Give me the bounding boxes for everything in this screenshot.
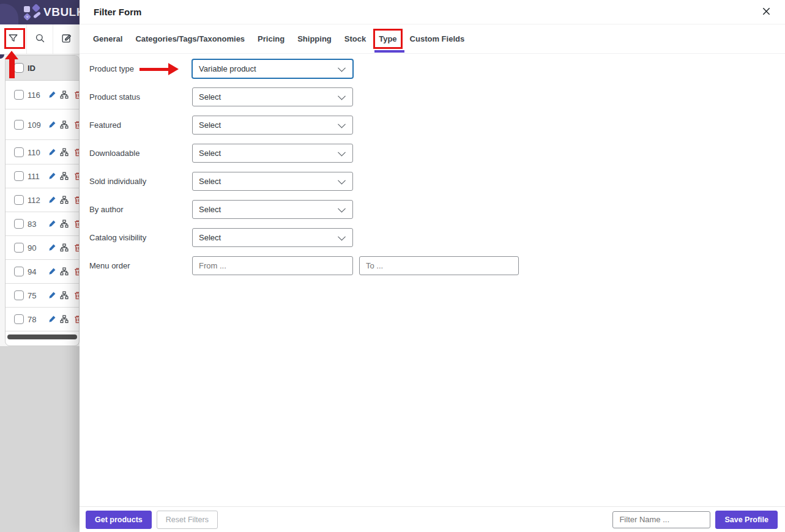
by-author-label: By author bbox=[89, 205, 192, 214]
row-id: 78 bbox=[28, 315, 36, 324]
trash-icon[interactable] bbox=[73, 291, 80, 300]
row-checkbox[interactable] bbox=[14, 219, 24, 229]
downloadable-select[interactable]: Select bbox=[192, 144, 353, 163]
tab-general[interactable]: General bbox=[93, 34, 122, 43]
row-checkbox[interactable] bbox=[14, 90, 24, 100]
row-checkbox[interactable] bbox=[14, 147, 24, 157]
edit-icon[interactable] bbox=[48, 120, 56, 129]
table-row: 109 bbox=[6, 109, 79, 140]
trash-icon[interactable] bbox=[73, 148, 80, 157]
edit-icon[interactable] bbox=[48, 91, 56, 99]
tab-shipping[interactable]: Shipping bbox=[297, 34, 332, 43]
tab-pricing[interactable]: Pricing bbox=[258, 34, 285, 43]
trash-icon[interactable] bbox=[73, 172, 80, 180]
edit-icon[interactable] bbox=[48, 243, 56, 252]
row-id: 83 bbox=[28, 220, 36, 229]
search-icon bbox=[34, 32, 46, 46]
hierarchy-icon[interactable] bbox=[60, 291, 69, 300]
trash-icon[interactable] bbox=[73, 196, 80, 204]
product-type-select[interactable]: Variable product bbox=[192, 59, 353, 78]
modal-title: Filter Form bbox=[94, 7, 141, 17]
search-button[interactable] bbox=[27, 24, 54, 54]
filter-name-input[interactable] bbox=[612, 511, 710, 528]
chevron-down-icon bbox=[338, 232, 346, 240]
chevron-down-icon bbox=[338, 64, 346, 72]
downloadable-label: Downloadable bbox=[89, 149, 192, 158]
edit-icon[interactable] bbox=[48, 172, 56, 180]
annotation-red-arrow-right bbox=[168, 63, 179, 75]
hierarchy-icon[interactable] bbox=[60, 120, 69, 129]
bulk-edit-button[interactable] bbox=[53, 24, 80, 54]
trash-icon[interactable] bbox=[73, 243, 80, 252]
horizontal-scrollbar[interactable] bbox=[7, 334, 77, 339]
trash-icon[interactable] bbox=[73, 315, 80, 323]
row-checkbox[interactable] bbox=[14, 243, 24, 253]
featured-select[interactable]: Select bbox=[192, 116, 353, 135]
row-checkbox[interactable] bbox=[14, 171, 24, 181]
row-id: 94 bbox=[28, 267, 36, 276]
menu-order-from-input[interactable] bbox=[192, 256, 353, 275]
form-row-sold-individually: Sold individually Select bbox=[89, 172, 785, 191]
hierarchy-icon[interactable] bbox=[60, 220, 69, 228]
close-button[interactable] bbox=[759, 6, 773, 19]
sold-individually-select[interactable]: Select bbox=[192, 172, 353, 191]
product-status-select[interactable]: Select bbox=[192, 87, 353, 106]
reset-filters-button[interactable]: Reset Filters bbox=[157, 511, 218, 529]
edit-icon[interactable] bbox=[48, 267, 56, 276]
edit-icon[interactable] bbox=[48, 196, 56, 204]
edit-icon bbox=[61, 32, 72, 46]
menu-order-to-input[interactable] bbox=[359, 256, 519, 275]
product-type-value: Variable product bbox=[199, 64, 256, 73]
modal-tabs: General Categories/Tags/Taxonomies Prici… bbox=[80, 24, 785, 54]
edit-icon[interactable] bbox=[48, 148, 56, 157]
tab-type[interactable]: Type bbox=[379, 34, 396, 43]
hierarchy-icon[interactable] bbox=[60, 267, 69, 276]
edit-icon[interactable] bbox=[48, 291, 56, 300]
table-row: 83 bbox=[6, 212, 79, 236]
menu-order-label: Menu order bbox=[89, 261, 192, 270]
tab-custom-fields[interactable]: Custom Fields bbox=[410, 34, 465, 43]
row-checkbox[interactable] bbox=[14, 120, 24, 130]
edit-icon[interactable] bbox=[48, 220, 56, 228]
tab-categories-tags-taxonomies[interactable]: Categories/Tags/Taxonomies bbox=[135, 34, 245, 43]
hierarchy-icon[interactable] bbox=[60, 196, 69, 204]
table-row: 75 bbox=[6, 284, 79, 308]
save-profile-button[interactable]: Save Profile bbox=[715, 511, 778, 529]
catalog-visibility-label: Catalog visibility bbox=[89, 233, 192, 242]
trash-icon[interactable] bbox=[73, 220, 80, 228]
trash-icon[interactable] bbox=[73, 120, 80, 129]
by-author-select[interactable]: Select bbox=[192, 200, 353, 219]
form-row-downloadable: Downloadable Select bbox=[89, 144, 785, 163]
downloadable-value: Select bbox=[199, 149, 221, 158]
hierarchy-icon[interactable] bbox=[60, 243, 69, 252]
trash-icon[interactable] bbox=[73, 91, 80, 99]
row-checkbox[interactable] bbox=[14, 314, 24, 324]
row-checkbox[interactable] bbox=[14, 195, 24, 205]
products-table: ID 116 109 110 bbox=[5, 55, 80, 346]
chevron-down-icon bbox=[338, 176, 346, 184]
form-row-product-type: Product type Variable product bbox=[89, 59, 785, 78]
row-checkbox[interactable] bbox=[14, 290, 24, 300]
table-row: 112 bbox=[6, 188, 79, 212]
trash-icon[interactable] bbox=[73, 267, 80, 276]
logo-diamond-shape bbox=[32, 4, 40, 12]
catalog-visibility-select[interactable]: Select bbox=[192, 228, 353, 247]
annotation-red-arrow-right-shaft bbox=[140, 68, 168, 71]
tab-stock[interactable]: Stock bbox=[344, 34, 366, 43]
modal-footer: Get products Reset Filters Save Profile bbox=[80, 506, 785, 532]
edit-icon[interactable] bbox=[48, 315, 56, 323]
product-status-label: Product status bbox=[89, 92, 192, 102]
row-id: 112 bbox=[28, 196, 40, 205]
get-products-button[interactable]: Get products bbox=[86, 511, 152, 529]
hierarchy-icon[interactable] bbox=[60, 148, 69, 157]
hierarchy-icon[interactable] bbox=[60, 172, 69, 180]
table-row: 90 bbox=[6, 236, 79, 260]
hierarchy-icon[interactable] bbox=[60, 91, 69, 99]
select-all-checkbox[interactable] bbox=[14, 63, 24, 73]
pagination-status: Showing 1 to 10 of 52 bbox=[6, 339, 79, 346]
table-row: 116 bbox=[6, 81, 79, 109]
hierarchy-icon[interactable] bbox=[60, 315, 69, 323]
row-checkbox[interactable] bbox=[14, 267, 24, 276]
modal-body: Product type Variable product Product st… bbox=[80, 54, 785, 275]
row-id: 90 bbox=[28, 243, 36, 253]
